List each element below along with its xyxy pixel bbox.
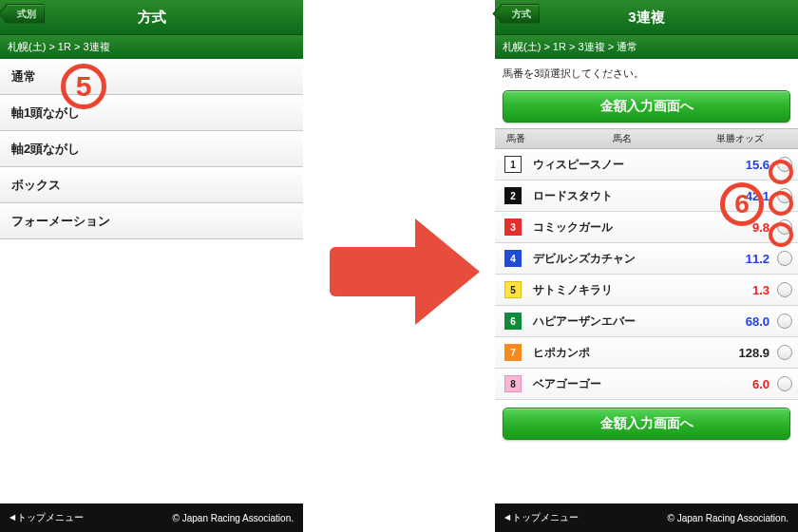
horse-row[interactable]: 4デビルシズカチャン11.2	[495, 243, 798, 275]
horse-row[interactable]: 5サトミノキラリ1.3	[495, 275, 798, 306]
back-button-right[interactable]: 方式	[500, 4, 540, 24]
horse-name: ロードスタウト	[529, 188, 716, 204]
horse-select-radio[interactable]	[773, 282, 796, 297]
left-title: 方式	[138, 9, 166, 27]
left-footer: トップメニュー © Japan Racing Association.	[0, 504, 303, 532]
horse-odds: 15.6	[716, 158, 773, 172]
horse-name: ハピアーザンエバー	[529, 314, 716, 330]
horse-list: 1ウィスピースノー15.62ロードスタウト42.13コミックガール9.84デビル…	[495, 149, 798, 400]
horse-number: 2	[497, 187, 529, 204]
right-body: 馬番を3頭選択してください。 金額入力画面へ 馬番 馬名 単勝オッズ 1ウィスピ…	[495, 59, 798, 504]
method-option[interactable]: 通常	[0, 59, 303, 95]
horse-row[interactable]: 8ベアゴーゴー6.0	[495, 369, 798, 400]
horse-row[interactable]: 7ヒポカンポ128.9	[495, 337, 798, 369]
horse-select-radio[interactable]	[773, 345, 796, 360]
horse-name: コミックガール	[529, 219, 716, 236]
footer-top-menu-right[interactable]: トップメニュー	[504, 511, 579, 524]
horse-name: ヒポカンポ	[529, 345, 716, 361]
horse-row[interactable]: 2ロードスタウト42.1	[495, 180, 798, 212]
horse-select-radio[interactable]	[773, 157, 796, 172]
amount-entry-button-top[interactable]: 金額入力画面へ	[503, 90, 790, 123]
transition-arrow-icon	[330, 218, 480, 325]
horse-row[interactable]: 1ウィスピースノー15.6	[495, 149, 798, 180]
horse-odds: 9.8	[716, 220, 773, 235]
footer-copyright-right: © Japan Racing Association.	[668, 513, 788, 523]
horse-number: 8	[497, 375, 529, 392]
horse-odds: 128.9	[716, 346, 773, 360]
method-option[interactable]: 軸1頭ながし	[0, 95, 303, 131]
amount-entry-button-bottom[interactable]: 金額入力画面へ	[503, 408, 790, 440]
instruction-text: 馬番を3頭選択してください。	[495, 59, 798, 86]
horse-row[interactable]: 6ハピアーザンエバー68.0	[495, 306, 798, 337]
horse-number: 6	[497, 313, 529, 330]
left-breadcrumb: 札幌(土) > 1R > 3連複	[0, 34, 303, 59]
method-option[interactable]: ボックス	[0, 167, 303, 203]
horse-number: 5	[497, 281, 529, 298]
horse-row[interactable]: 3コミックガール9.8	[495, 212, 798, 243]
method-option[interactable]: フォーメーション	[0, 203, 303, 239]
horse-odds: 6.0	[716, 377, 773, 391]
col-name: 馬名	[537, 129, 707, 148]
horse-odds: 11.2	[716, 252, 773, 266]
footer-copyright-left: © Japan Racing Association.	[173, 513, 294, 523]
horse-number: 3	[497, 218, 529, 236]
horse-number: 7	[497, 344, 529, 361]
horse-select-radio[interactable]	[773, 376, 796, 391]
horse-select-radio[interactable]	[773, 219, 796, 235]
horse-number: 4	[497, 250, 529, 267]
col-odds: 単勝オッズ	[707, 129, 773, 148]
right-titlebar: 方式 3連複	[495, 0, 798, 34]
right-screen: 方式 3連複 札幌(土) > 1R > 3連複 > 通常 馬番を3頭選択してくだ…	[495, 0, 798, 532]
left-body: 通常軸1頭ながし軸2頭ながしボックスフォーメーション	[0, 59, 303, 504]
left-screen: 式別 方式 札幌(土) > 1R > 3連複 通常軸1頭ながし軸2頭ながしボック…	[0, 0, 303, 532]
horse-select-radio[interactable]	[773, 314, 796, 329]
horse-name: ベアゴーゴー	[529, 376, 716, 392]
horse-odds: 68.0	[716, 314, 773, 329]
column-headers: 馬番 馬名 単勝オッズ	[495, 128, 798, 149]
horse-name: デビルシズカチャン	[529, 251, 716, 267]
horse-odds: 1.3	[716, 283, 773, 297]
left-titlebar: 式別 方式	[0, 0, 303, 34]
right-breadcrumb: 札幌(土) > 1R > 3連複 > 通常	[495, 34, 798, 59]
horse-select-radio[interactable]	[773, 188, 796, 203]
method-option[interactable]: 軸2頭ながし	[0, 131, 303, 167]
horse-name: ウィスピースノー	[529, 157, 716, 173]
horse-number: 1	[497, 156, 529, 173]
horse-odds: 42.1	[716, 189, 773, 203]
back-button-left[interactable]: 式別	[5, 4, 45, 24]
right-title: 3連複	[628, 9, 664, 27]
footer-top-menu-left[interactable]: トップメニュー	[10, 511, 84, 524]
right-footer: トップメニュー © Japan Racing Association.	[495, 504, 798, 532]
col-num: 馬番	[495, 129, 537, 148]
horse-select-radio[interactable]	[773, 251, 796, 266]
method-list: 通常軸1頭ながし軸2頭ながしボックスフォーメーション	[0, 59, 303, 239]
horse-name: サトミノキラリ	[529, 282, 716, 298]
